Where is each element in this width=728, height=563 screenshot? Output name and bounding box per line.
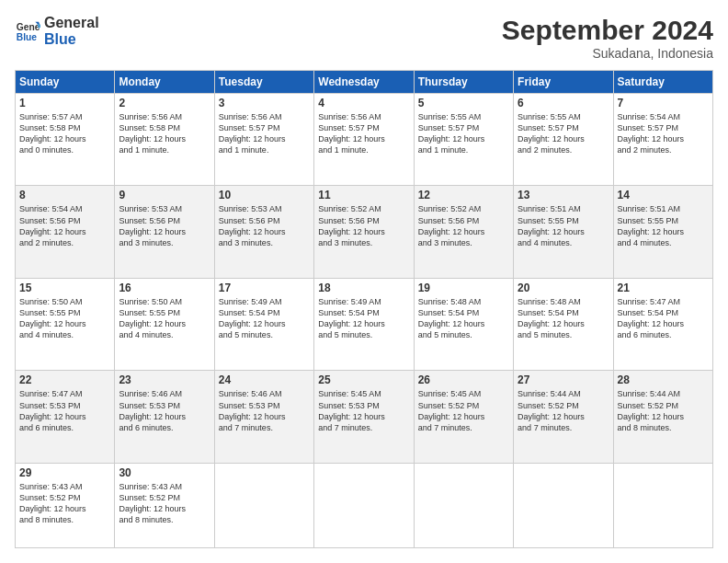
weekday-header-cell: Sunday [16,71,115,94]
day-number: 3 [219,97,310,109]
day-number: 24 [219,373,310,386]
calendar-cell: 18Sunrise: 5:49 AM Sunset: 5:54 PM Dayli… [314,278,414,370]
weekday-header-cell: Wednesday [314,71,414,94]
weekday-header-cell: Thursday [414,71,513,94]
day-info: Sunrise: 5:56 AM Sunset: 5:57 PM Dayligh… [219,111,310,156]
logo-general: General [44,15,99,31]
calendar-cell: 25Sunrise: 5:45 AM Sunset: 5:53 PM Dayli… [314,371,414,463]
day-info: Sunrise: 5:44 AM Sunset: 5:52 PM Dayligh… [618,388,709,433]
calendar-cell: 3Sunrise: 5:56 AM Sunset: 5:57 PM Daylig… [214,94,313,186]
day-info: Sunrise: 5:46 AM Sunset: 5:53 PM Dayligh… [219,388,310,433]
day-number: 7 [618,97,709,109]
day-info: Sunrise: 5:51 AM Sunset: 5:55 PM Dayligh… [618,203,709,248]
day-info: Sunrise: 5:51 AM Sunset: 5:55 PM Dayligh… [518,203,609,248]
day-number: 6 [518,97,609,109]
day-number: 8 [19,189,110,201]
day-info: Sunrise: 5:57 AM Sunset: 5:58 PM Dayligh… [19,111,110,156]
day-info: Sunrise: 5:45 AM Sunset: 5:52 PM Dayligh… [418,388,509,433]
calendar-cell: 13Sunrise: 5:51 AM Sunset: 5:55 PM Dayli… [514,186,613,278]
day-number: 10 [219,189,310,201]
calendar-cell [613,463,712,547]
day-number: 4 [318,97,409,109]
calendar-cell: 15Sunrise: 5:50 AM Sunset: 5:55 PM Dayli… [16,278,115,370]
day-info: Sunrise: 5:50 AM Sunset: 5:55 PM Dayligh… [19,296,110,341]
day-info: Sunrise: 5:47 AM Sunset: 5:53 PM Dayligh… [19,388,110,433]
calendar-cell: 5Sunrise: 5:55 AM Sunset: 5:57 PM Daylig… [414,94,513,186]
day-number: 23 [119,373,210,386]
header: General Blue General Blue September 2024… [15,15,713,61]
day-number: 14 [618,189,709,201]
calendar-cell [214,463,313,547]
day-info: Sunrise: 5:49 AM Sunset: 5:54 PM Dayligh… [318,296,409,341]
calendar-week-row: 15Sunrise: 5:50 AM Sunset: 5:55 PM Dayli… [16,278,713,370]
day-number: 11 [318,189,409,201]
svg-text:General: General [17,22,40,32]
day-number: 19 [418,282,509,294]
logo-icon: General Blue [15,18,40,44]
day-info: Sunrise: 5:52 AM Sunset: 5:56 PM Dayligh… [418,203,509,248]
day-info: Sunrise: 5:43 AM Sunset: 5:52 PM Dayligh… [119,481,210,526]
calendar-cell [414,463,513,547]
day-info: Sunrise: 5:48 AM Sunset: 5:54 PM Dayligh… [418,296,509,341]
day-number: 30 [119,466,210,479]
calendar-week-row: 1Sunrise: 5:57 AM Sunset: 5:58 PM Daylig… [16,94,713,186]
day-number: 20 [518,282,609,294]
day-number: 9 [119,189,210,201]
month-title: September 2024 [502,15,713,46]
day-number: 28 [618,373,709,386]
calendar-cell: 20Sunrise: 5:48 AM Sunset: 5:54 PM Dayli… [514,278,613,370]
calendar-cell: 1Sunrise: 5:57 AM Sunset: 5:58 PM Daylig… [16,94,115,186]
weekday-header-cell: Saturday [613,71,712,94]
day-info: Sunrise: 5:56 AM Sunset: 5:57 PM Dayligh… [318,111,409,156]
calendar-week-row: 8Sunrise: 5:54 AM Sunset: 5:56 PM Daylig… [16,186,713,278]
calendar-cell: 23Sunrise: 5:46 AM Sunset: 5:53 PM Dayli… [115,371,214,463]
calendar-cell: 4Sunrise: 5:56 AM Sunset: 5:57 PM Daylig… [314,94,414,186]
day-number: 29 [19,466,110,479]
location: Sukadana, Indonesia [502,46,713,61]
weekday-header-cell: Friday [514,71,613,94]
day-info: Sunrise: 5:44 AM Sunset: 5:52 PM Dayligh… [518,388,609,433]
day-info: Sunrise: 5:46 AM Sunset: 5:53 PM Dayligh… [119,388,210,433]
day-info: Sunrise: 5:54 AM Sunset: 5:57 PM Dayligh… [618,111,709,156]
day-number: 15 [19,282,110,294]
day-info: Sunrise: 5:50 AM Sunset: 5:55 PM Dayligh… [119,296,210,341]
logo-blue: Blue [44,31,99,48]
day-number: 1 [19,97,110,109]
calendar-week-row: 22Sunrise: 5:47 AM Sunset: 5:53 PM Dayli… [16,371,713,463]
day-info: Sunrise: 5:45 AM Sunset: 5:53 PM Dayligh… [318,388,409,433]
weekday-header-cell: Monday [115,71,214,94]
calendar-cell [514,463,613,547]
day-info: Sunrise: 5:47 AM Sunset: 5:54 PM Dayligh… [618,296,709,341]
calendar-cell: 28Sunrise: 5:44 AM Sunset: 5:52 PM Dayli… [613,371,712,463]
logo: General Blue General Blue [15,15,99,47]
day-info: Sunrise: 5:53 AM Sunset: 5:56 PM Dayligh… [119,203,210,248]
calendar-cell: 14Sunrise: 5:51 AM Sunset: 5:55 PM Dayli… [613,186,712,278]
calendar-cell: 27Sunrise: 5:44 AM Sunset: 5:52 PM Dayli… [514,371,613,463]
day-number: 18 [318,282,409,294]
day-number: 27 [518,373,609,386]
calendar-cell: 10Sunrise: 5:53 AM Sunset: 5:56 PM Dayli… [214,186,313,278]
calendar-cell: 26Sunrise: 5:45 AM Sunset: 5:52 PM Dayli… [414,371,513,463]
day-info: Sunrise: 5:55 AM Sunset: 5:57 PM Dayligh… [518,111,609,156]
day-number: 16 [119,282,210,294]
calendar-cell: 6Sunrise: 5:55 AM Sunset: 5:57 PM Daylig… [514,94,613,186]
day-number: 13 [518,189,609,201]
calendar-cell: 19Sunrise: 5:48 AM Sunset: 5:54 PM Dayli… [414,278,513,370]
day-info: Sunrise: 5:48 AM Sunset: 5:54 PM Dayligh… [518,296,609,341]
calendar-cell: 29Sunrise: 5:43 AM Sunset: 5:52 PM Dayli… [16,463,115,547]
svg-text:Blue: Blue [17,32,38,42]
calendar-cell: 24Sunrise: 5:46 AM Sunset: 5:53 PM Dayli… [214,371,313,463]
weekday-header-row: SundayMondayTuesdayWednesdayThursdayFrid… [16,71,713,94]
page: General Blue General Blue September 2024… [0,0,728,563]
day-info: Sunrise: 5:49 AM Sunset: 5:54 PM Dayligh… [219,296,310,341]
title-block: September 2024 Sukadana, Indonesia [502,15,713,61]
calendar-cell: 21Sunrise: 5:47 AM Sunset: 5:54 PM Dayli… [613,278,712,370]
calendar-cell: 9Sunrise: 5:53 AM Sunset: 5:56 PM Daylig… [115,186,214,278]
day-number: 17 [219,282,310,294]
day-number: 22 [19,373,110,386]
weekday-header-cell: Tuesday [214,71,313,94]
day-number: 5 [418,97,509,109]
day-info: Sunrise: 5:43 AM Sunset: 5:52 PM Dayligh… [19,481,110,526]
day-info: Sunrise: 5:55 AM Sunset: 5:57 PM Dayligh… [418,111,509,156]
calendar-cell: 22Sunrise: 5:47 AM Sunset: 5:53 PM Dayli… [16,371,115,463]
